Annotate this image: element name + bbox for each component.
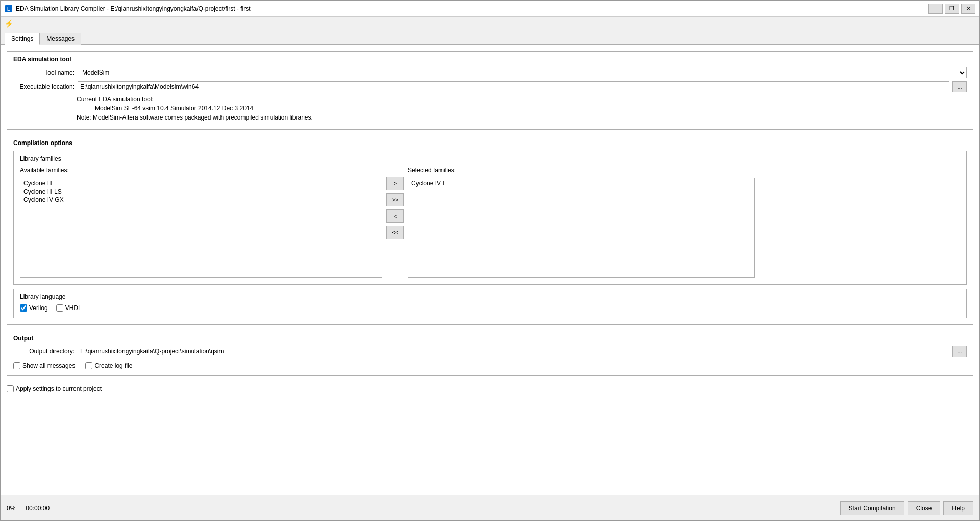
library-families-box: Library families Available families: Cyc… (13, 151, 967, 285)
restore-button[interactable]: ❐ (945, 4, 959, 14)
window-title: EDA Simulation Library Compiler - E:/qia… (16, 5, 251, 12)
available-families-col: Available families: Cyclone III Cyclone … (20, 167, 382, 278)
minimize-button[interactable]: ─ (928, 4, 943, 14)
eda-tool-section: EDA simulation tool Tool name: ModelSim … (7, 51, 973, 130)
library-language-title: Library language (20, 293, 960, 300)
current-tool-info: ModelSim SE-64 vsim 10.4 Simulator 2014.… (95, 105, 967, 112)
show-all-messages-label: Show all messages (22, 362, 75, 369)
vhdl-checkbox[interactable] (56, 304, 63, 312)
selected-families-listbox[interactable]: Cyclone IV E (408, 178, 755, 278)
tool-name-select[interactable]: ModelSim (78, 67, 967, 78)
tab-messages[interactable]: Messages (40, 33, 81, 45)
create-log-file-row[interactable]: Create log file (85, 362, 132, 369)
footer: 0% 00:00:00 Start Compilation Close Help (1, 495, 979, 520)
move-right-button[interactable]: > (386, 177, 404, 190)
list-item[interactable]: Cyclone IV GX (21, 196, 381, 204)
library-language-box: Library language Verilog VHDL (13, 289, 967, 318)
current-tool-label: Current EDA simulation tool: (77, 96, 967, 103)
apply-settings-checkbox[interactable] (7, 385, 14, 392)
bottom-checkboxes: Show all messages Create log file (13, 362, 967, 369)
start-compilation-button[interactable]: Start Compilation (840, 501, 904, 515)
executable-browse-button[interactable]: ... (952, 81, 967, 92)
svg-text:E: E (7, 6, 11, 12)
list-item[interactable]: Cyclone III LS (21, 187, 381, 196)
executable-location-input[interactable] (78, 81, 949, 92)
status-time: 00:00:00 (26, 505, 50, 512)
status-percent: 0% (7, 505, 15, 512)
note-text: Note: ModelSim-Altera software comes pac… (77, 114, 967, 121)
tabs-bar: Settings Messages (1, 30, 979, 45)
tool-name-label: Tool name: (13, 69, 75, 76)
tab-settings[interactable]: Settings (5, 33, 40, 45)
title-bar: E EDA Simulation Library Compiler - E:/q… (1, 1, 979, 17)
families-layout: Available families: Cyclone III Cyclone … (20, 167, 960, 278)
list-item[interactable]: Cyclone III (21, 179, 381, 187)
footer-buttons: Start Compilation Close Help (840, 501, 973, 515)
executable-location-label: Executable location: (13, 83, 75, 90)
close-window-button[interactable]: ✕ (961, 4, 975, 14)
output-directory-row: Output directory: ... (13, 346, 967, 357)
title-bar-left: E EDA Simulation Library Compiler - E:/q… (5, 5, 251, 13)
show-all-messages-row[interactable]: Show all messages (13, 362, 75, 369)
create-log-file-checkbox[interactable] (85, 362, 92, 369)
app-small-icon: ⚡ (5, 19, 13, 28)
available-families-label: Available families: (20, 167, 382, 174)
show-all-messages-checkbox[interactable] (13, 362, 20, 369)
vhdl-label: VHDL (65, 304, 82, 312)
executable-location-row: Executable location: ... (13, 81, 967, 92)
output-browse-button[interactable]: ... (952, 346, 967, 357)
content-area: EDA simulation tool Tool name: ModelSim … (1, 45, 979, 495)
selected-families-label: Selected families: (408, 167, 755, 174)
selected-families-col: Selected families: Cyclone IV E (408, 167, 755, 278)
compilation-options-section: Compilation options Library families Ava… (7, 135, 973, 325)
help-button[interactable]: Help (943, 501, 973, 515)
compilation-options-title: Compilation options (13, 139, 967, 147)
app-icon: E (5, 5, 13, 13)
output-directory-label: Output directory: (13, 348, 75, 355)
verilog-checkbox-row[interactable]: Verilog (20, 304, 48, 312)
available-families-listbox[interactable]: Cyclone III Cyclone III LS Cyclone IV GX (20, 178, 382, 278)
apply-settings-row[interactable]: Apply settings to current project (7, 385, 973, 392)
output-title: Output (13, 335, 967, 342)
output-directory-input[interactable] (78, 346, 949, 357)
move-all-left-button[interactable]: << (386, 226, 404, 239)
library-families-title: Library families (20, 155, 960, 162)
tool-name-row: Tool name: ModelSim (13, 67, 967, 78)
vhdl-checkbox-row[interactable]: VHDL (56, 304, 82, 312)
main-content: EDA simulation tool Tool name: ModelSim … (1, 45, 979, 520)
sub-title-bar: ⚡ (1, 17, 979, 30)
footer-status: 0% 00:00:00 (7, 505, 50, 512)
transfer-buttons: > >> < << (386, 167, 404, 239)
window-controls: ─ ❐ ✕ (928, 4, 975, 14)
eda-tool-title: EDA simulation tool (13, 56, 967, 63)
verilog-label: Verilog (29, 304, 48, 312)
close-button[interactable]: Close (908, 501, 941, 515)
apply-settings-label: Apply settings to current project (16, 385, 102, 392)
main-window: E EDA Simulation Library Compiler - E:/q… (0, 0, 980, 521)
create-log-file-label: Create log file (94, 362, 132, 369)
move-all-right-button[interactable]: >> (386, 193, 404, 206)
verilog-checkbox[interactable] (20, 304, 27, 312)
lang-row: Verilog VHDL (20, 304, 960, 312)
output-section: Output Output directory: ... Show all me… (7, 330, 973, 376)
move-left-button[interactable]: < (386, 209, 404, 223)
list-item[interactable]: Cyclone IV E (409, 179, 753, 187)
